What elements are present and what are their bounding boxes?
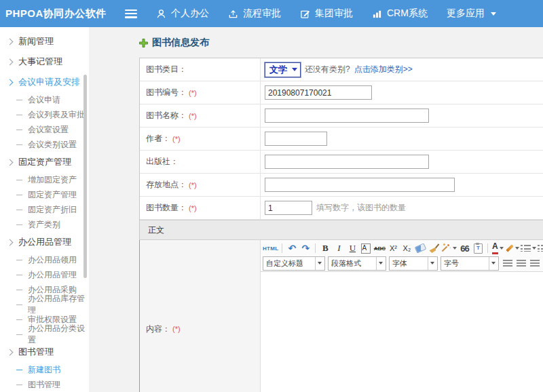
sidebar-item-label: 新建图书 [28,364,60,376]
editor-redo-button[interactable]: ↷ [299,242,312,254]
editor-paste-plain-text-button[interactable] [472,242,484,254]
editor-format-brush-button[interactable] [428,242,440,254]
bold-icon: B [322,243,329,254]
editor-eraser-button[interactable] [414,242,426,254]
sidebar-group-office-supplies[interactable]: 办公用品管理 [0,232,89,252]
editor-underline-button[interactable]: U [346,242,358,254]
dropdown-arrow [376,257,384,270]
sidebar-item-new-book[interactable]: 新建图书 [0,362,89,377]
dropdown-arrow [489,257,497,270]
topnav-item-crm-system[interactable]: CRM系统 [372,7,428,20]
sidebar-item-meeting-list-approval[interactable]: 会议列表及审批 [0,107,89,122]
sidebar-item-supplies-requisition[interactable]: 办公用品领用 [0,252,89,267]
sidebar-item-meeting-category-settings[interactable]: 会议类别设置 [0,137,89,152]
topnav-item-personal-office[interactable]: 个人办公 [156,7,209,20]
quantity-input[interactable] [265,201,312,215]
editor-bold-button[interactable]: B [319,242,331,254]
dash-bullet-icon [16,290,22,290]
dropdown-arrow [315,257,323,270]
sidebar-item-label: 会议类别设置 [28,139,77,151]
required-marker: (*) [189,89,197,97]
editor-justify-center-button[interactable] [515,257,527,269]
dropdown-label: 字号 [444,258,459,269]
editor-subscript-button[interactable]: X₂ [400,242,413,254]
hamburger-menu-icon[interactable] [125,9,137,18]
topnav-item-workflow-approval[interactable]: 流程审批 [228,7,281,20]
editor-justify-left-button[interactable] [502,257,514,269]
sidebar-item-add-fixed-asset[interactable]: 增加固定资产 [0,172,89,187]
sidebar-scrollbar[interactable] [83,75,87,278]
superscript-icon: X² [390,244,397,252]
justify-right-icon [530,260,540,267]
publisher-input[interactable] [265,155,429,169]
italic-icon: I [337,243,340,254]
auto-typeset-icon [441,243,451,253]
add-category-link[interactable]: 点击添加类别>> [354,64,413,75]
chevron-right-icon [7,38,14,45]
editor-paragraph-format-dropdown[interactable]: 段落格式 [328,256,386,271]
sidebar-group-news[interactable]: 新闻管理 [0,31,89,52]
editor-ordered-list-button[interactable] [521,242,536,254]
main-content: 图书信息发布 图书类目： 文学 还没有类别? 点击添加类别>> 图书编号： (*… [89,27,543,392]
editor-strikethrough-button[interactable]: ABC [373,242,386,254]
category-select[interactable]: 文学 [265,62,301,77]
editor-font-family-dropdown[interactable]: 字体 [389,256,438,271]
topbar-nav: 个人办公流程审批集团审批CRM系统更多应用 [137,7,496,20]
dash-bullet-icon [16,180,22,180]
topnav-item-label: 集团审批 [315,7,353,20]
page-title: 图书信息发布 [139,37,543,49]
sidebar-item-fixed-asset-manage[interactable]: 固定资产管理 [0,187,89,202]
editor-italic-button[interactable]: I [333,242,345,254]
editor-custom-title-dropdown[interactable]: 自定义标题 [263,256,325,271]
sidebar-group-label: 办公用品管理 [18,236,71,248]
sidebar-item-meeting-apply[interactable]: 会议申请 [0,92,89,107]
location-input[interactable] [265,178,455,192]
paste-plain-text-icon [474,243,483,254]
dropdown-label: 字体 [392,258,407,269]
topnav-item-label: 个人办公 [171,7,209,20]
sidebar-group-label: 固定资产管理 [18,156,71,168]
sidebar-item-meeting-room-settings[interactable]: 会议室设置 [0,122,89,137]
required-marker: (*) [172,135,181,143]
sidebar-group-label: 新闻管理 [18,35,54,47]
sidebar-group-meeting[interactable]: 会议申请及安排 [0,72,89,92]
sidebar-item-fixed-asset-depreciation[interactable]: 固定资产折旧 [0,202,89,217]
topnav-item-group-approval[interactable]: 集团审批 [300,7,353,20]
editor-undo-button[interactable]: ↶ [286,242,298,254]
sidebar-item-asset-category[interactable]: 资产类别 [0,217,89,232]
dash-bullet-icon [16,385,22,385]
chevron-right-icon [7,159,14,165]
editor-justify-right-button[interactable] [529,257,541,269]
editor-superscript-button[interactable]: X² [387,242,399,254]
code-input[interactable] [265,85,372,100]
editor-font-size-dropdown[interactable]: 字号 [441,256,499,271]
sidebar-item-label: 会议申请 [28,94,60,106]
sidebar-group-fixed-assets[interactable]: 固定资产管理 [0,152,89,172]
flow-icon [228,9,238,19]
sidebar-item-label: 办公用品领用 [28,254,77,266]
sidebar-item-supplies-manage[interactable]: 办公用品管理 [0,267,89,282]
book-form: 图书类目： 文学 还没有类别? 点击添加类别>> 图书编号： (*) [139,58,543,392]
caret-down-icon [515,247,519,250]
editor-font-color-button[interactable]: A [491,242,504,254]
editor-text-border-button[interactable]: A [360,242,372,254]
chevron-right-icon [7,349,14,355]
sidebar-item-label: 会议列表及审批 [28,109,85,121]
editor-source-code-button[interactable]: HTML [263,242,278,254]
author-input[interactable] [265,132,327,146]
sidebar-item-label: 办公用品管理 [28,269,77,281]
required-marker: (*) [189,112,197,120]
editor-blockquote-button[interactable]: 66 [458,242,470,254]
editor-unordered-list-button[interactable] [538,242,543,254]
sidebar-item-supplies-category-settings[interactable]: 办公用品分类设置 [0,327,89,342]
dash-bullet-icon [16,130,22,130]
editor-auto-typeset-button[interactable] [441,242,457,254]
sidebar-item-label: 图书管理 [28,379,60,391]
topnav-item-more-apps[interactable]: 更多应用 [447,7,496,20]
name-input[interactable] [265,109,429,123]
editor-highlight-color-button[interactable] [505,242,519,254]
sidebar-group-memorabilia[interactable]: 大事记管理 [0,52,89,72]
sidebar-item-supplies-inventory[interactable]: 办公用品库存管理 [0,297,89,312]
editor-content-area[interactable] [261,272,543,392]
sidebar-item-book-manage[interactable]: 图书管理 [0,377,89,392]
